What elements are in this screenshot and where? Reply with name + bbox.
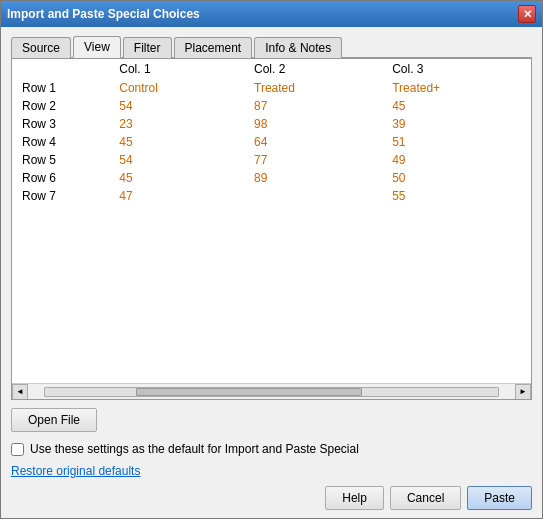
row-col1: 45 bbox=[109, 133, 244, 151]
table-row: Row 5547749 bbox=[12, 151, 531, 169]
table-row: Row 6458950 bbox=[12, 169, 531, 187]
tab-bar: Source View Filter Placement Info & Note… bbox=[11, 35, 532, 58]
row-col2: 87 bbox=[244, 97, 382, 115]
row-col2: 98 bbox=[244, 115, 382, 133]
open-file-button[interactable]: Open File bbox=[11, 408, 97, 432]
tab-placement[interactable]: Placement bbox=[174, 37, 253, 58]
col-header-empty bbox=[12, 59, 109, 79]
col-header-3: Col. 3 bbox=[382, 59, 531, 79]
table-row: Row 74755 bbox=[12, 187, 531, 205]
scroll-left-arrow[interactable]: ◄ bbox=[12, 384, 28, 400]
row-col1: 45 bbox=[109, 169, 244, 187]
row-label: Row 3 bbox=[12, 115, 109, 133]
scroll-track[interactable] bbox=[44, 387, 499, 397]
row-label: Row 1 bbox=[12, 79, 109, 97]
open-file-row: Open File bbox=[11, 408, 532, 432]
row-label: Row 7 bbox=[12, 187, 109, 205]
data-table: Col. 1 Col. 2 Col. 3 Row 1ControlTreated… bbox=[12, 59, 531, 205]
row-col3: 45 bbox=[382, 97, 531, 115]
row-label: Row 2 bbox=[12, 97, 109, 115]
dialog-body: Source View Filter Placement Info & Note… bbox=[1, 27, 542, 518]
row-col1: 47 bbox=[109, 187, 244, 205]
row-label: Row 5 bbox=[12, 151, 109, 169]
row-col3: 51 bbox=[382, 133, 531, 151]
row-col3: 55 bbox=[382, 187, 531, 205]
table-row: Row 1ControlTreatedTreated+ bbox=[12, 79, 531, 97]
row-col3: 39 bbox=[382, 115, 531, 133]
horizontal-scrollbar[interactable]: ◄ ► bbox=[12, 383, 531, 399]
row-col2: Treated bbox=[244, 79, 382, 97]
tab-view[interactable]: View bbox=[73, 36, 121, 58]
row-col1: Control bbox=[109, 79, 244, 97]
col-header-2: Col. 2 bbox=[244, 59, 382, 79]
row-col3: Treated+ bbox=[382, 79, 531, 97]
scroll-thumb[interactable] bbox=[136, 388, 363, 396]
tab-source[interactable]: Source bbox=[11, 37, 71, 58]
dialog-title: Import and Paste Special Choices bbox=[7, 7, 200, 21]
row-label: Row 6 bbox=[12, 169, 109, 187]
title-bar: Import and Paste Special Choices ✕ bbox=[1, 1, 542, 27]
row-col2 bbox=[244, 187, 382, 205]
row-label: Row 4 bbox=[12, 133, 109, 151]
col-header-1: Col. 1 bbox=[109, 59, 244, 79]
row-col2: 64 bbox=[244, 133, 382, 151]
default-settings-label: Use these settings as the default for Im… bbox=[30, 442, 359, 456]
table-row: Row 3239839 bbox=[12, 115, 531, 133]
scroll-right-arrow[interactable]: ► bbox=[515, 384, 531, 400]
default-settings-checkbox[interactable] bbox=[11, 443, 24, 456]
row-col3: 50 bbox=[382, 169, 531, 187]
row-col1: 54 bbox=[109, 97, 244, 115]
table-scroll-area[interactable]: Col. 1 Col. 2 Col. 3 Row 1ControlTreated… bbox=[12, 59, 531, 383]
close-button[interactable]: ✕ bbox=[518, 5, 536, 23]
table-row: Row 2548745 bbox=[12, 97, 531, 115]
row-col2: 77 bbox=[244, 151, 382, 169]
paste-button[interactable]: Paste bbox=[467, 486, 532, 510]
tab-info-notes[interactable]: Info & Notes bbox=[254, 37, 342, 58]
row-col2: 89 bbox=[244, 169, 382, 187]
help-button[interactable]: Help bbox=[325, 486, 384, 510]
row-col1: 23 bbox=[109, 115, 244, 133]
row-col1: 54 bbox=[109, 151, 244, 169]
restore-defaults-link[interactable]: Restore original defaults bbox=[11, 464, 532, 478]
cancel-button[interactable]: Cancel bbox=[390, 486, 461, 510]
bottom-buttons: Help Cancel Paste bbox=[11, 486, 532, 510]
dialog-window: Import and Paste Special Choices ✕ Sourc… bbox=[0, 0, 543, 519]
tab-filter[interactable]: Filter bbox=[123, 37, 172, 58]
data-table-container: Col. 1 Col. 2 Col. 3 Row 1ControlTreated… bbox=[11, 58, 532, 400]
default-settings-row: Use these settings as the default for Im… bbox=[11, 442, 532, 456]
row-col3: 49 bbox=[382, 151, 531, 169]
table-row: Row 4456451 bbox=[12, 133, 531, 151]
